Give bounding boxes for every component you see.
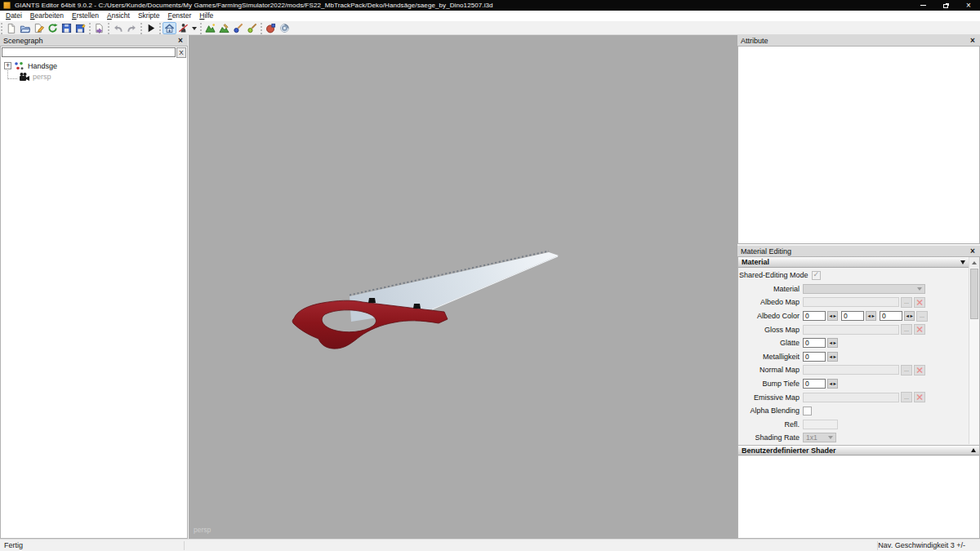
albedo-map-browse-button[interactable]: ... bbox=[901, 297, 912, 308]
toolbar-group-file bbox=[1, 23, 89, 34]
undo-button[interactable] bbox=[111, 22, 125, 34]
menu-ansicht[interactable]: Ansicht bbox=[103, 11, 134, 21]
menu-hilfe[interactable]: Hilfe bbox=[195, 11, 217, 21]
glaette-input[interactable] bbox=[803, 338, 826, 348]
material-section-bar[interactable]: Material bbox=[738, 257, 969, 268]
scenegraph-search-input[interactable] bbox=[2, 47, 176, 57]
normal-map-field[interactable] bbox=[803, 365, 899, 375]
albedo-color-g-stepper[interactable]: ◄► bbox=[866, 311, 876, 321]
normal-map-browse-button[interactable]: ... bbox=[901, 365, 912, 375]
import-reference-button[interactable] bbox=[92, 22, 106, 34]
bump-tiefe-stepper[interactable]: ◄► bbox=[827, 379, 838, 389]
material-dropdown[interactable] bbox=[803, 284, 925, 294]
albedo-color-r-stepper[interactable]: ◄► bbox=[827, 311, 838, 321]
render-settings-button[interactable] bbox=[278, 22, 292, 34]
info-layer-paint-button[interactable] bbox=[264, 22, 278, 34]
menu-fenster[interactable]: Fenster bbox=[163, 11, 195, 21]
shared-editing-checkbox[interactable] bbox=[812, 271, 821, 280]
save-as-icon bbox=[75, 23, 86, 33]
refl-field[interactable] bbox=[803, 420, 838, 429]
minimize-button[interactable] bbox=[911, 0, 934, 11]
giants-editor-window: GIANTS Editor 64bit 9.0.2 - C:/Users/Kun… bbox=[0, 0, 980, 551]
albedo-color-picker-button[interactable]: ... bbox=[916, 311, 928, 322]
bump-tiefe-input[interactable] bbox=[803, 379, 826, 389]
menu-erstellen[interactable]: Erstellen bbox=[68, 11, 103, 21]
save-button[interactable] bbox=[60, 22, 74, 34]
close-button[interactable] bbox=[957, 0, 980, 11]
delete-icon: ⨯ bbox=[915, 297, 923, 307]
terrain-sculpt-button[interactable] bbox=[203, 22, 217, 34]
scrollbar-thumb[interactable] bbox=[970, 269, 978, 319]
custom-shader-section-bar[interactable]: Benutzerdefinierter Shader bbox=[738, 445, 979, 455]
menu-datei[interactable]: Datei bbox=[2, 11, 26, 21]
field-label: Alpha Blending bbox=[739, 407, 803, 415]
row-metalligkeit: Metalligkeit ◄► bbox=[739, 350, 968, 364]
window-controls bbox=[911, 0, 980, 11]
foliage-paint-button[interactable] bbox=[231, 22, 245, 34]
play-icon bbox=[145, 23, 156, 33]
alpha-blending-checkbox[interactable] bbox=[803, 407, 812, 415]
viewport-3d[interactable]: persp bbox=[189, 35, 737, 539]
row-shading-rate: Shading Rate 1x1 bbox=[739, 431, 968, 445]
gloss-map-clear-button[interactable]: ⨯ bbox=[914, 324, 925, 335]
albedo-color-b-input[interactable] bbox=[880, 311, 902, 321]
albedo-color-g-input[interactable] bbox=[841, 311, 864, 321]
gloss-map-browse-button[interactable]: ... bbox=[901, 324, 912, 335]
custom-shader-section-title: Benutzerdefinierter Shader bbox=[742, 447, 836, 455]
albedo-map-field[interactable] bbox=[803, 297, 899, 307]
scroll-up-button[interactable] bbox=[969, 257, 979, 268]
attribute-close-icon[interactable] bbox=[969, 35, 977, 46]
shading-rate-dropdown[interactable]: 1x1 bbox=[803, 433, 836, 442]
tree-node-label: Handsge bbox=[28, 62, 57, 70]
open-file-button[interactable] bbox=[18, 22, 32, 34]
emissive-map-field[interactable] bbox=[803, 393, 899, 402]
albedo-map-clear-button[interactable]: ⨯ bbox=[914, 297, 925, 308]
toolbar-group-camera bbox=[159, 23, 200, 34]
row-shared-editing: Shared-Editing Mode bbox=[739, 269, 968, 282]
edit-file-button[interactable] bbox=[32, 22, 46, 34]
viewport-camera-label: persp bbox=[194, 526, 211, 534]
gloss-map-field[interactable] bbox=[803, 325, 899, 335]
material-editing-close-icon[interactable] bbox=[969, 246, 977, 256]
redo-button[interactable] bbox=[125, 22, 139, 34]
saw-bolt bbox=[413, 304, 421, 309]
save-as-button[interactable] bbox=[74, 22, 87, 34]
emissive-map-clear-button[interactable]: ⨯ bbox=[914, 392, 925, 402]
tree-node-handsge[interactable]: Handsge bbox=[1, 60, 187, 71]
field-label: Emissive Map bbox=[739, 393, 803, 402]
metalligkeit-input[interactable] bbox=[803, 352, 826, 362]
import-reference-icon bbox=[94, 23, 105, 33]
metalligkeit-stepper[interactable]: ◄► bbox=[827, 352, 838, 362]
reload-button[interactable] bbox=[46, 22, 60, 34]
terrain-paint-button[interactable] bbox=[217, 22, 231, 34]
maximize-button[interactable] bbox=[934, 0, 957, 11]
emissive-map-browse-button[interactable]: ... bbox=[901, 392, 912, 402]
new-file-button[interactable] bbox=[4, 22, 18, 34]
field-label: Albedo Map bbox=[739, 298, 803, 306]
tree-connector bbox=[7, 69, 17, 79]
character-toggle-button[interactable] bbox=[176, 22, 190, 34]
material-scrollbar[interactable] bbox=[969, 257, 979, 444]
scenegraph-close-icon[interactable] bbox=[176, 35, 185, 46]
scenegraph-search-clear-button[interactable]: X bbox=[176, 47, 186, 58]
character-hidden-icon bbox=[178, 23, 189, 33]
camera-home-button[interactable] bbox=[163, 22, 176, 34]
row-normal-map: Normal Map ... ⨯ bbox=[739, 363, 968, 377]
toolbar-group-terrain bbox=[200, 23, 261, 34]
minimize-icon bbox=[920, 5, 926, 6]
detail-paint-button[interactable] bbox=[245, 22, 259, 34]
row-bump-tiefe: Bump Tiefe ◄► bbox=[739, 377, 968, 391]
menu-bearbeiten[interactable]: Bearbeiten bbox=[26, 11, 68, 21]
scenegraph-panel: Scenegraph X Handsge bbox=[0, 35, 188, 539]
tree-node-persp[interactable]: persp bbox=[1, 71, 187, 82]
field-label: Gloss Map bbox=[739, 326, 803, 334]
albedo-color-r-input[interactable] bbox=[803, 311, 826, 321]
albedo-color-b-stepper[interactable]: ◄► bbox=[904, 311, 915, 321]
character-dropdown-button[interactable] bbox=[190, 22, 198, 34]
menu-skripte[interactable]: Skripte bbox=[134, 11, 163, 21]
normal-map-clear-button[interactable]: ⨯ bbox=[914, 365, 925, 375]
play-button[interactable] bbox=[144, 22, 158, 34]
material-section-title: Material bbox=[742, 258, 769, 266]
glaette-stepper[interactable]: ◄► bbox=[827, 338, 838, 348]
open-folder-icon bbox=[20, 23, 30, 33]
